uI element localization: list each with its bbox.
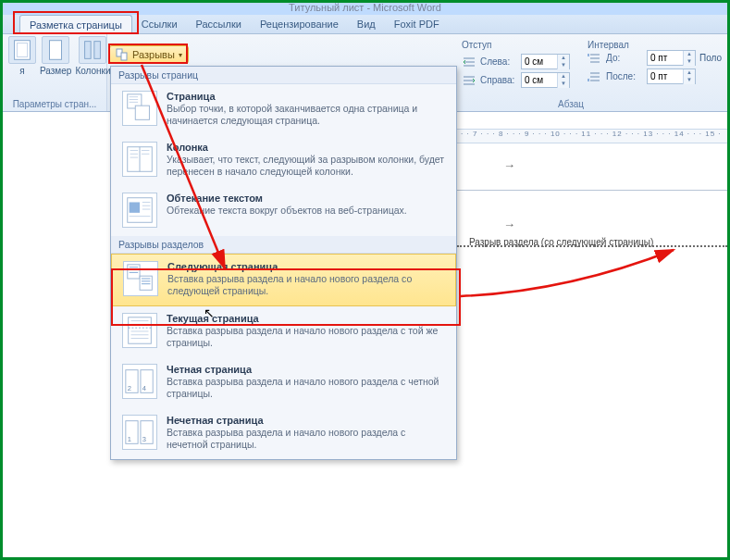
size-icon [42,36,69,64]
indent-right-icon [462,74,476,87]
horizontal-ruler[interactable]: · · 7 · · · 8 · · · 9 · · · 10 · · · 11 … [457,129,727,143]
margins-icon [8,36,36,64]
indent-left-field[interactable]: ▲▼ [521,54,570,69]
column-break-icon [122,142,157,177]
page-setup-group-label: Параметры стран... [8,99,101,111]
breaks-item-next-page[interactable]: Следующая страницаВставка разрыва раздел… [111,254,456,306]
paragraph-mark-icon: → [503,218,515,231]
indent-group: Отступ Слева: ▲▼ Справа: ▲▼ [462,40,570,91]
caret-down-icon: ▾ [179,51,182,59]
space-after-label: После: [606,71,643,81]
position-button[interactable]: Поло [699,53,722,63]
ribbon-tabs: Разметка страницы Ссылки Рассылки Реценз… [3,15,727,34]
spin-down[interactable]: ▼ [683,77,695,84]
page-break-icon [122,91,157,126]
window-title: Титульный лист - Microsoft Word [3,3,727,15]
breaks-item-page[interactable]: СтраницаВыбор точки, в которой заканчива… [111,84,456,135]
columns-icon [79,36,106,64]
space-after-input[interactable] [648,71,683,81]
size-button[interactable]: Размер [40,36,71,76]
interval-group: Интервал До: ▲▼ После: ▲▼ [588,40,696,87]
paragraph-mark-icon: → [503,158,515,172]
spin-down[interactable]: ▼ [557,81,569,88]
breaks-item-continuous[interactable]: Текущая страницаВставка разрыва раздела … [111,306,456,357]
even-page-section-icon: 24 [122,364,157,399]
indent-right-field[interactable]: ▲▼ [521,72,570,88]
cursor-icon: ↖ [204,305,215,320]
columns-button[interactable]: Колонки [75,36,110,76]
indent-left-label: Слева: [480,56,517,67]
breaks-item-column[interactable]: КолонкаУказывает, что текст, следующий з… [111,135,456,186]
spin-up[interactable]: ▲ [557,73,569,81]
breaks-icon [116,48,129,61]
breaks-item-even-page[interactable]: 24 Четная страницаВставка разрыва раздел… [111,357,456,408]
space-before-input[interactable] [648,53,683,63]
svg-rect-6 [121,53,127,60]
spin-up[interactable]: ▲ [683,69,695,77]
spin-down[interactable]: ▼ [683,58,695,66]
indent-left-input[interactable] [522,56,557,67]
svg-text:2: 2 [128,384,131,392]
continuous-section-icon [122,313,157,348]
space-before-field[interactable]: ▲▼ [647,50,696,66]
dropdown-section-header-page: Разрывы страниц [111,67,456,84]
indent-left-icon [462,56,476,68]
document-area[interactable]: → → Разрыв раздела (со следующей страниц… [457,143,727,557]
page-boundary [457,190,727,191]
spin-up[interactable]: ▲ [683,51,695,58]
section-break-line [457,245,727,247]
space-after-icon [588,70,602,83]
indent-header: Отступ [462,40,570,50]
space-before-label: До: [606,53,643,63]
tab-review[interactable]: Рецензирование [251,15,348,34]
tab-view[interactable]: Вид [348,15,385,34]
svg-rect-12 [128,265,140,279]
svg-rect-8 [135,106,149,119]
odd-page-section-icon: 13 [122,415,157,450]
paragraph-group-label: Абзац [558,99,584,109]
breaks-item-odd-page[interactable]: 13 Нечетная страницаВставка разрыва разд… [111,408,456,459]
tab-page-layout[interactable]: Разметка страницы [19,15,132,34]
margins-button[interactable]: я [8,36,36,76]
svg-text:1: 1 [128,435,131,443]
next-page-section-icon [123,261,158,296]
spin-down[interactable]: ▼ [557,62,569,69]
breaks-item-text-wrap[interactable]: Обтекание текстомОбтекание текста вокруг… [111,186,456,236]
svg-rect-3 [85,42,92,59]
dropdown-section-header-section: Разрывы разделов [111,236,456,254]
tab-foxit-pdf[interactable]: Foxit PDF [385,15,449,34]
text-wrap-break-icon [122,193,157,228]
tab-references[interactable]: Ссылки [132,15,187,34]
svg-rect-2 [50,41,62,60]
space-before-icon [588,52,602,65]
space-after-field[interactable]: ▲▼ [647,68,696,84]
svg-rect-11 [130,202,140,212]
tab-mailings[interactable]: Рассылки [187,15,251,34]
svg-rect-13 [140,276,152,290]
svg-rect-4 [94,42,101,59]
indent-right-label: Справа: [480,75,517,85]
spin-up[interactable]: ▲ [557,55,569,62]
breaks-button[interactable]: Разрывы ▾ [109,45,189,64]
svg-text:4: 4 [142,384,146,392]
indent-right-input[interactable] [522,75,557,85]
interval-header: Интервал [588,40,696,50]
breaks-dropdown: Разрывы страниц СтраницаВыбор точки, в к… [110,66,457,460]
svg-text:3: 3 [142,435,146,443]
